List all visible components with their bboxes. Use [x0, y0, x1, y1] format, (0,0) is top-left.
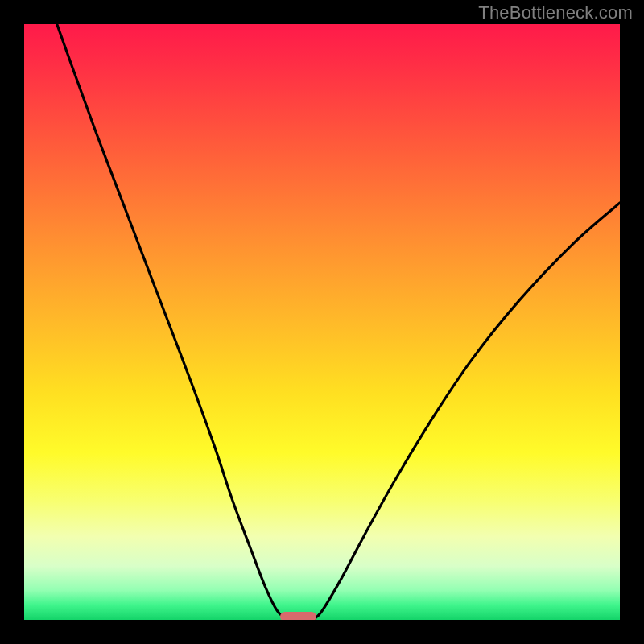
- frame-border-bottom: [0, 620, 644, 644]
- chart-frame: [0, 0, 644, 644]
- curve-layer: [24, 24, 620, 620]
- plot-area: [24, 24, 620, 620]
- frame-border-left: [0, 0, 24, 644]
- watermark-text: TheBottleneck.com: [478, 2, 633, 23]
- right-curve: [313, 203, 620, 620]
- bottleneck-marker: [280, 612, 316, 620]
- left-curve: [57, 24, 288, 620]
- frame-border-right: [620, 0, 644, 644]
